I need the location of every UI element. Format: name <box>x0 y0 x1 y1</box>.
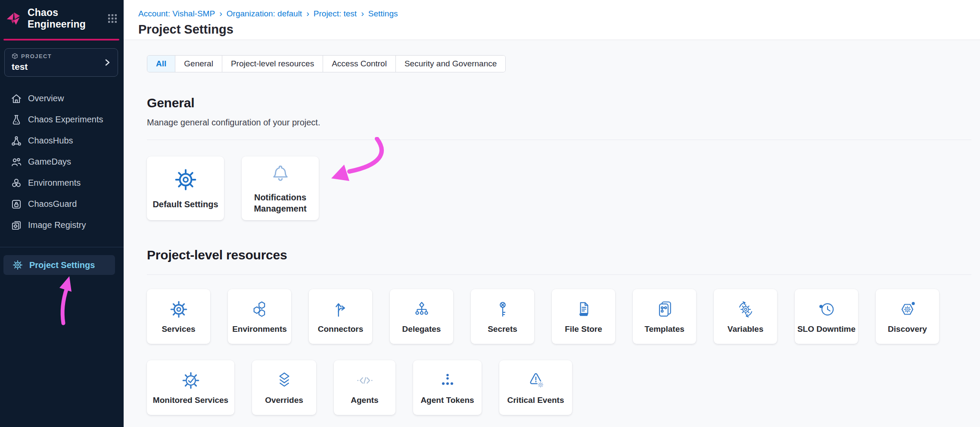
sidebar-nav: Overview Chaos Experiments <box>0 88 124 275</box>
sidebar-item-label: ChaosGuard <box>28 199 77 209</box>
breadcrumb-separator: › <box>219 9 222 19</box>
breadcrumb-project[interactable]: Project: test <box>314 9 357 19</box>
breadcrumb-separator: › <box>306 9 309 19</box>
gear-sync-icon <box>736 299 756 319</box>
resource-card-agents[interactable]: Agents <box>334 360 395 415</box>
card-label: Notifications Management <box>242 192 319 214</box>
gear-icon <box>169 299 189 319</box>
breadcrumb-account[interactable]: Account: Vishal-SMP <box>138 9 215 19</box>
gear-check-icon <box>181 371 201 390</box>
gear-icon <box>173 167 198 192</box>
card-label: Discovery <box>888 324 927 334</box>
card-default-settings[interactable]: Default Settings <box>147 156 224 220</box>
sidebar-item-overview[interactable]: Overview <box>0 88 124 109</box>
tab-access-control[interactable]: Access Control <box>323 56 395 72</box>
tab-general[interactable]: General <box>175 56 222 72</box>
cube-icon <box>12 53 18 59</box>
sidebar-item-label: Environments <box>28 178 81 188</box>
resource-card-services[interactable]: Services <box>147 289 210 344</box>
resource-cards-row-1: Services Environments <box>147 289 971 344</box>
card-label: Critical Events <box>507 396 564 405</box>
card-notifications-management[interactable]: Notifications Management <box>242 156 319 220</box>
project-name: test <box>12 62 112 72</box>
sidebar-item-image-registry[interactable]: Image Registry <box>0 215 124 236</box>
sidebar-item-label: Project Settings <box>29 260 95 270</box>
card-label: Default Settings <box>148 199 222 210</box>
resource-card-delegates[interactable]: Delegates <box>390 289 453 344</box>
project-selector[interactable]: PROJECT test <box>4 48 118 77</box>
brand-header: Chaos Engineering <box>0 0 124 36</box>
warning-gear-icon <box>526 371 546 390</box>
sidebar-item-chaoshubs[interactable]: ChaosHubs <box>0 130 124 151</box>
card-label: Templates <box>644 324 684 334</box>
section-divider <box>147 140 971 140</box>
tab-security-and-governance[interactable]: Security and Governance <box>395 56 505 72</box>
sidebar-item-label: GameDays <box>28 157 71 167</box>
settings-filter-tabs: All General Project-level resources Acce… <box>147 55 506 72</box>
breadcrumb-organization[interactable]: Organization: default <box>227 9 302 19</box>
resource-card-file-store[interactable]: File Store <box>552 289 615 344</box>
code-brackets-icon <box>355 371 375 390</box>
breadcrumb-settings[interactable]: Settings <box>368 9 398 19</box>
resource-card-environments[interactable]: Environments <box>228 289 291 344</box>
circles-cluster-icon <box>11 178 22 189</box>
layers-icon <box>274 371 294 390</box>
page-header: Account: Vishal-SMP › Organization: defa… <box>124 0 980 40</box>
sidebar-item-label: ChaosHubs <box>28 136 73 146</box>
resource-card-monitored-services[interactable]: Monitored Services <box>147 360 234 415</box>
resource-card-secrets[interactable]: Secrets <box>471 289 534 344</box>
resource-card-agent-tokens[interactable]: Agent Tokens <box>413 360 482 415</box>
app-title: Chaos Engineering <box>28 7 107 30</box>
sidebar-item-project-settings[interactable]: Project Settings <box>3 255 115 275</box>
resources-section-title: Project-level resources <box>147 248 971 262</box>
card-label: Agents <box>351 396 378 405</box>
tab-project-level-resources[interactable]: Project-level resources <box>222 56 323 72</box>
org-chart-icon <box>412 299 432 319</box>
card-label: Delegates <box>402 324 441 334</box>
card-label: Variables <box>728 324 763 334</box>
card-label: Services <box>162 324 195 334</box>
general-section-description: Manage general configuration of your pro… <box>147 118 971 128</box>
breadcrumb-separator: › <box>361 9 364 19</box>
project-selector-label: PROJECT <box>21 53 52 59</box>
stacked-cards-icon <box>655 299 675 319</box>
tab-all[interactable]: All <box>147 56 175 72</box>
hexagon-gear-icon <box>898 299 918 319</box>
card-label: Monitored Services <box>153 396 228 405</box>
card-label: SLO Downtime <box>797 324 856 334</box>
sidebar-item-gamedays[interactable]: GameDays <box>0 151 124 172</box>
resource-card-slo-downtime[interactable]: SLO Downtime <box>795 289 858 344</box>
annotation-arrow-up-icon <box>52 274 78 326</box>
resource-card-variables[interactable]: Variables <box>714 289 777 344</box>
gear-icon <box>12 259 23 271</box>
sidebar-divider <box>0 247 124 247</box>
settings-content: All General Project-level resources Acce… <box>124 40 980 415</box>
branch-arrows-icon <box>331 299 351 319</box>
document-store-icon <box>574 299 594 319</box>
hub-network-icon <box>11 135 22 146</box>
chevron-right-icon <box>103 58 112 67</box>
card-label: Agent Tokens <box>420 396 474 405</box>
card-label: Overrides <box>265 396 303 405</box>
chaos-engineering-app: Chaos Engineering PROJECT <box>0 0 980 427</box>
bell-icon <box>269 163 292 185</box>
resource-cards-row-2: Monitored Services Overrides <box>147 360 971 415</box>
sidebar-item-label: Image Registry <box>28 220 86 230</box>
resource-card-overrides[interactable]: Overrides <box>252 360 316 415</box>
page-title: Project Settings <box>138 22 980 37</box>
resource-card-critical-events[interactable]: Critical Events <box>499 360 572 415</box>
resource-card-templates[interactable]: Templates <box>633 289 696 344</box>
general-section-title: General <box>147 96 971 110</box>
module-switcher-grid-icon[interactable] <box>107 13 118 24</box>
resource-card-discovery[interactable]: Discovery <box>876 289 939 344</box>
sidebar-item-chaosguard[interactable]: ChaosGuard <box>0 193 124 215</box>
resource-card-connectors[interactable]: Connectors <box>309 289 372 344</box>
clock-icon <box>817 299 837 319</box>
sidebar-item-chaos-experiments[interactable]: Chaos Experiments <box>0 109 124 130</box>
box-gear-icon <box>11 220 22 231</box>
sidebar-item-environments[interactable]: Environments <box>0 172 124 193</box>
main-area: Account: Vishal-SMP › Organization: defa… <box>124 0 980 427</box>
sidebar: Chaos Engineering PROJECT <box>0 0 124 427</box>
chaos-engineering-logo-icon <box>6 11 22 27</box>
hexagons-icon <box>250 299 270 319</box>
